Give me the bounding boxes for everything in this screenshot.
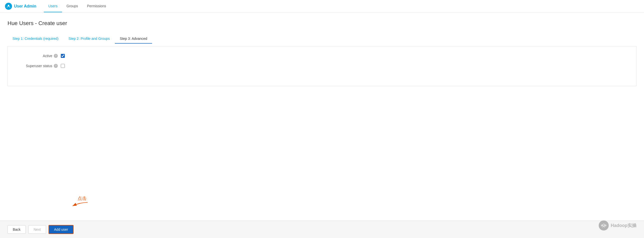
step-tab-2[interactable]: Step 2: Profile and Groups (64, 34, 115, 44)
watermark-icon (599, 220, 609, 230)
watermark-text: Hadoop实操 (611, 222, 636, 228)
step-tabs: Step 1: Credentials (required) Step 2: P… (8, 34, 636, 44)
step-tab-3[interactable]: Step 3: Advanced (115, 34, 152, 44)
superuser-help-icon[interactable]: ? (54, 64, 58, 68)
annotation-arrow (70, 200, 90, 208)
next-button[interactable]: Next (28, 225, 46, 234)
brand-logo[interactable]: User Admin (5, 3, 36, 10)
active-row: Active ? (18, 54, 626, 58)
svg-point-0 (8, 5, 9, 6)
brand-label: User Admin (14, 4, 36, 9)
svg-point-2 (603, 224, 605, 226)
nav-tab-permissions[interactable]: Permissions (83, 0, 111, 12)
active-label: Active ? (18, 54, 58, 58)
add-user-button[interactable]: Add user (49, 225, 74, 234)
superuser-checkbox[interactable] (61, 64, 65, 68)
svg-point-3 (601, 225, 603, 226)
active-help-icon[interactable]: ? (54, 54, 58, 58)
nav-tabs: Users Groups Permissions (44, 0, 111, 12)
form-panel: Active ? Superuser status ? (8, 46, 636, 86)
step-tab-1[interactable]: Step 1: Credentials (required) (8, 34, 64, 44)
bottom-bar: Back Next Add user (0, 220, 644, 238)
page-title: Hue Users - Create user (8, 20, 636, 27)
active-checkbox[interactable] (61, 54, 65, 58)
top-navigation: User Admin Users Groups Permissions (0, 0, 644, 13)
main-content: Hue Users - Create user Step 1: Credenti… (0, 13, 644, 238)
annotation: 点击 (70, 195, 90, 208)
superuser-row: Superuser status ? (18, 64, 626, 68)
back-button[interactable]: Back (8, 225, 26, 234)
nav-tab-groups[interactable]: Groups (62, 0, 83, 12)
nav-tab-users[interactable]: Users (44, 0, 62, 12)
watermark: Hadoop实操 (599, 220, 636, 230)
brand-icon (5, 3, 12, 10)
svg-point-4 (605, 225, 606, 226)
superuser-label: Superuser status ? (18, 64, 58, 68)
